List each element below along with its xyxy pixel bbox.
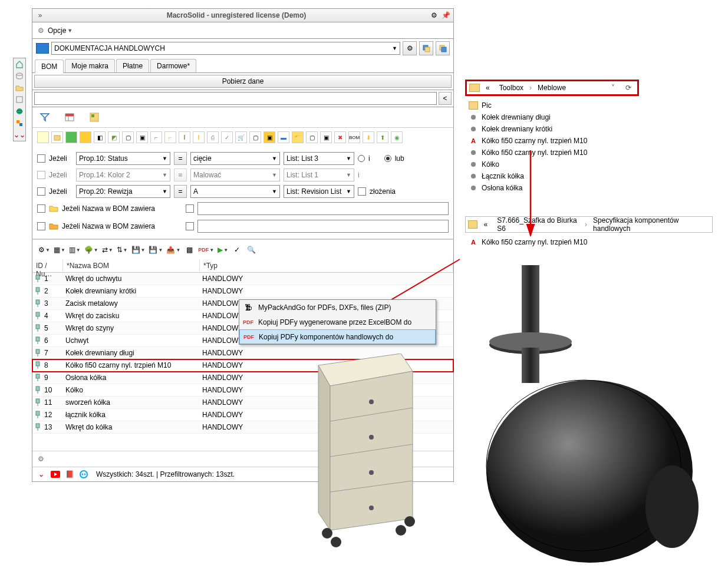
filter2-list-combo[interactable]: List: List 1▼ — [284, 169, 354, 181]
tb2-grid[interactable]: ▦▼ — [52, 243, 67, 256]
tb2-tree[interactable]: 🌳▼ — [83, 243, 100, 256]
tb2-play[interactable]: ▶▼ — [216, 243, 229, 256]
strip-icon-12[interactable]: I — [193, 131, 205, 143]
filter-funnel-icon[interactable] — [38, 111, 51, 124]
name1-aux-checkbox[interactable] — [186, 204, 194, 213]
filter1-list-combo[interactable]: List: List 3▼ — [284, 152, 354, 165]
folder-icon[interactable] — [14, 82, 25, 94]
crumb-back[interactable]: « — [480, 220, 491, 229]
i-radio[interactable] — [358, 155, 365, 162]
tb2-pdf[interactable]: PDF▼ — [197, 243, 215, 256]
tb2-zoom[interactable]: 🔍 — [245, 243, 258, 256]
chevrons-down-icon[interactable]: ⌄⌄ — [14, 129, 25, 141]
filter1-val-combo[interactable]: cięcie▼ — [190, 152, 280, 165]
zlozenia-checkbox[interactable] — [358, 187, 366, 196]
tb2-table[interactable]: ▥▼ — [68, 243, 82, 256]
strip-icon-23[interactable]: BOM — [348, 131, 360, 143]
filter3-val-combo[interactable]: A▼ — [190, 185, 280, 198]
list-item[interactable]: Kołek drewniany długi — [466, 111, 638, 123]
strip-icon-21[interactable]: ▣ — [320, 131, 332, 143]
list-item[interactable]: AKółko fi50 czarny nyl. trzpień M10 — [466, 236, 711, 248]
crumb-toolbox[interactable]: Toolbox — [496, 84, 527, 92]
strip-icon-1[interactable] — [37, 131, 49, 143]
tb2-export[interactable]: 📤▼ — [165, 243, 182, 256]
strip-icon-25[interactable]: ⬆ — [377, 131, 388, 143]
filter1-op-button[interactable]: = — [174, 152, 187, 165]
filter2-op-button[interactable]: = — [174, 169, 187, 181]
strip-icon-3[interactable] — [65, 131, 77, 143]
list-item[interactable]: AKółko fi50 czarny nyl. trzpień M10 — [466, 135, 638, 147]
filter2-val-combo[interactable]: Malować▼ — [190, 169, 280, 181]
tab-darmowe[interactable]: Darmowe* — [150, 59, 196, 72]
strip-icon-17[interactable]: ▣ — [263, 131, 275, 143]
strip-icon-2[interactable] — [51, 131, 63, 143]
pin-icon[interactable]: 📌 — [440, 10, 451, 21]
list-item[interactable]: Kołek drewniany krótki — [466, 123, 638, 135]
col-name-header[interactable]: *Nazwa BOM — [63, 260, 200, 272]
col-id-header[interactable]: ID / Nu… — [32, 260, 63, 272]
fetch-data-button[interactable]: Pobierz dane — [34, 75, 452, 88]
strip-icon-16[interactable]: ▢ — [249, 131, 261, 143]
filter3-checkbox[interactable] — [37, 187, 45, 196]
strip-icon-9[interactable]: ⌐ — [150, 131, 162, 143]
parts-icon[interactable] — [14, 117, 25, 129]
monitor-icon[interactable] — [36, 43, 49, 54]
name1-input[interactable] — [197, 202, 449, 215]
menu-item-copy-pdf-handlowych[interactable]: PDF Kopiuj PDFy komponentów handlowych d… — [239, 329, 436, 344]
tab-bom[interactable]: BOM — [35, 60, 64, 73]
strip-icon-22[interactable]: ✖ — [334, 131, 346, 143]
config-gear-button[interactable]: ⚙ — [403, 41, 417, 55]
tb2-save1[interactable]: 💾▼ — [130, 243, 147, 256]
table-icon[interactable] — [63, 111, 76, 124]
filter1-checkbox[interactable] — [37, 154, 45, 163]
sheet-icon[interactable] — [14, 94, 25, 105]
tab-platne[interactable]: Płatne — [116, 59, 149, 72]
list-item[interactable]: Osłona kółka — [466, 182, 638, 194]
strip-icon-4[interactable] — [80, 131, 91, 143]
search-input[interactable] — [34, 92, 437, 105]
grid-gear-icon[interactable]: ⚙ — [36, 454, 45, 464]
lub-radio[interactable] — [384, 155, 391, 162]
tab-moje-makra[interactable]: Moje makra — [65, 59, 115, 72]
crumb-spec[interactable]: Specyfikacja komponentów handlowych — [589, 216, 710, 233]
tb2-gear[interactable]: ⚙▼ — [37, 243, 51, 256]
strip-icon-15[interactable]: 🛒 — [235, 131, 247, 143]
cylinder-icon[interactable] — [14, 70, 25, 82]
filter3-op-button[interactable]: = — [174, 185, 187, 198]
strip-icon-19[interactable]: 📁 — [292, 131, 304, 143]
name2-checkbox[interactable] — [37, 222, 45, 230]
strip-icon-8[interactable]: ▣ — [136, 131, 148, 143]
search-back-button[interactable]: < — [439, 92, 452, 105]
tb2-sort[interactable]: ⇅▼ — [116, 243, 129, 256]
sphere-icon[interactable] — [14, 105, 25, 117]
strip-icon-24[interactable]: ⬇ — [363, 131, 374, 143]
home-icon[interactable] — [14, 58, 25, 70]
chevron-down-icon[interactable]: ▼ — [67, 28, 73, 34]
template-icon[interactable] — [88, 111, 101, 124]
strip-icon-10[interactable]: ⌐ — [164, 131, 176, 143]
strip-icon-11[interactable]: I — [179, 131, 190, 143]
refresh-icon[interactable]: ⟳ — [622, 84, 635, 92]
list-item[interactable]: Pic — [466, 100, 638, 111]
name2-input[interactable] — [197, 220, 449, 233]
name2-aux-checkbox[interactable] — [186, 222, 194, 230]
strip-icon-7[interactable]: ▢ — [122, 131, 134, 143]
options-label[interactable]: Opcje — [48, 27, 66, 35]
filter3-list-combo[interactable]: List: Revision List▼ — [284, 185, 354, 198]
crumb-meblowe[interactable]: Meblowe — [534, 84, 569, 92]
chevron-down-icon[interactable]: ˅ — [607, 84, 620, 92]
strip-icon-18[interactable]: ▬ — [278, 131, 289, 143]
strip-icon-13[interactable]: ⎙ — [207, 131, 219, 143]
youtube-icon[interactable] — [50, 469, 61, 480]
chevrons-icon[interactable]: ⌄ — [36, 469, 47, 480]
strip-icon-14[interactable]: ✓ — [221, 131, 233, 143]
crumb-back[interactable]: « — [482, 84, 493, 92]
tb2-save2[interactable]: 💾▼ — [147, 243, 164, 256]
menu-item-copy-pdf-excelbom[interactable]: PDF Kopiuj PDFy wygenerowane przez Excel… — [239, 315, 436, 329]
menu-item-mypackandgo[interactable]: 🗜 MyPackAndGo for PDFs, DXFs, files (ZIP… — [239, 300, 436, 315]
book-icon[interactable]: 📕 — [64, 469, 75, 480]
copy1-button[interactable] — [419, 41, 433, 55]
strip-icon-20[interactable]: ▢ — [306, 131, 318, 143]
strip-icon-5[interactable]: ◧ — [94, 131, 106, 143]
tb2-qr[interactable]: ▩ — [183, 243, 196, 256]
